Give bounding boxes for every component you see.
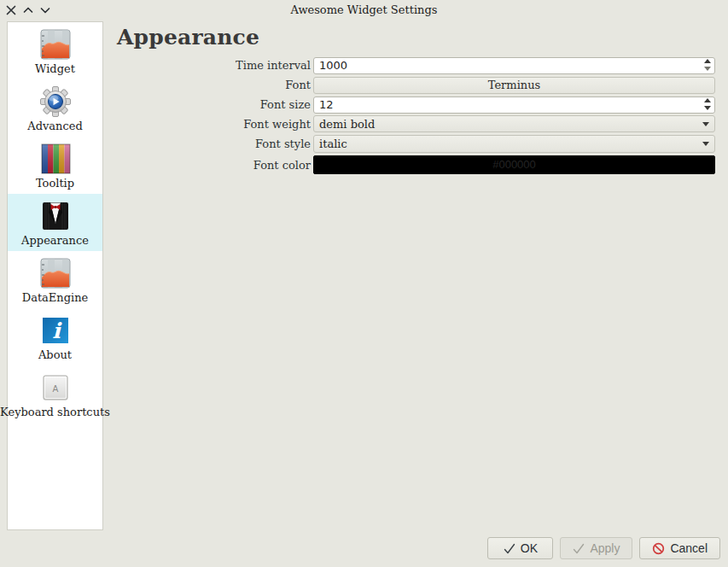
sidebar-item-widget[interactable]: Widget — [8, 22, 102, 79]
sidebar-item-keyboard-shortcuts[interactable]: Keyboard shortcuts — [8, 365, 102, 423]
sidebar-item-dataengine[interactable]: DataEngine — [8, 251, 102, 308]
page-title: Appearance — [117, 25, 259, 50]
form-row-time-interval: Time interval — [117, 56, 720, 73]
sidebar-item-label: Advanced — [27, 120, 82, 132]
sidebar-item-about[interactable]: About — [8, 308, 102, 365]
keyboard-key-icon — [40, 372, 71, 403]
check-icon — [573, 543, 585, 554]
chevron-down-icon — [702, 122, 709, 126]
font-color-label: Font color — [117, 159, 313, 172]
widget-chart-icon — [40, 258, 71, 289]
window-title: Awesome Widget Settings — [0, 3, 728, 16]
font-size-spinbox[interactable] — [313, 96, 715, 114]
prohibition-icon — [652, 542, 665, 555]
sidebar-item-advanced[interactable]: Advanced — [8, 79, 102, 137]
sidebar-item-label: DataEngine — [22, 292, 89, 304]
dialog-footer: OK Apply Cancel — [487, 537, 720, 559]
font-style-label: Font style — [117, 137, 313, 150]
form-row-font-color: Font color #000000 — [117, 155, 720, 174]
appearance-form: Time interval Font Terminus Font size Fo… — [117, 56, 720, 177]
tuxedo-icon — [40, 201, 71, 231]
apply-button-label: Apply — [590, 541, 620, 555]
chevron-down-icon — [702, 142, 709, 146]
category-sidebar: Widget Advanced Tooltip Appearance DataE… — [7, 21, 103, 530]
color-stripes-icon — [40, 143, 71, 174]
ok-button-label: OK — [521, 541, 538, 555]
font-style-dropdown[interactable]: italic — [313, 135, 715, 153]
font-label: Font — [117, 79, 313, 91]
ok-button[interactable]: OK — [487, 537, 553, 559]
gear-icon — [40, 86, 71, 117]
font-color-swatch-button[interactable]: #000000 — [313, 155, 715, 174]
sidebar-item-label: Tooltip — [36, 178, 74, 190]
font-picker-button[interactable]: Terminus — [313, 77, 715, 94]
info-icon — [40, 315, 71, 346]
form-row-font: Font Terminus — [117, 76, 720, 93]
sidebar-item-label: Appearance — [21, 235, 89, 247]
cancel-button[interactable]: Cancel — [639, 537, 720, 559]
form-row-font-size: Font size — [117, 96, 720, 113]
apply-button[interactable]: Apply — [560, 537, 632, 559]
font-size-label: Font size — [117, 98, 313, 111]
sidebar-item-label: Keyboard shortcuts — [0, 406, 110, 418]
check-icon — [504, 543, 515, 554]
sidebar-item-label: About — [38, 349, 72, 361]
spinner-arrows-icon[interactable] — [703, 98, 711, 110]
font-weight-label: Font weight — [117, 118, 313, 131]
form-row-font-weight: Font weight demi bold — [117, 115, 720, 132]
sidebar-item-tooltip[interactable]: Tooltip — [8, 137, 102, 194]
sidebar-item-label: Widget — [35, 63, 75, 75]
widget-chart-icon — [40, 29, 71, 60]
time-interval-spinbox[interactable] — [313, 57, 715, 74]
titlebar: Awesome Widget Settings — [0, 0, 728, 21]
time-interval-label: Time interval — [117, 59, 313, 72]
sidebar-item-appearance[interactable]: Appearance — [8, 194, 102, 251]
font-weight-dropdown[interactable]: demi bold — [313, 115, 715, 132]
form-row-font-style: Font style italic — [117, 135, 720, 153]
cancel-button-label: Cancel — [670, 541, 708, 555]
spinner-arrows-icon[interactable] — [703, 59, 711, 71]
